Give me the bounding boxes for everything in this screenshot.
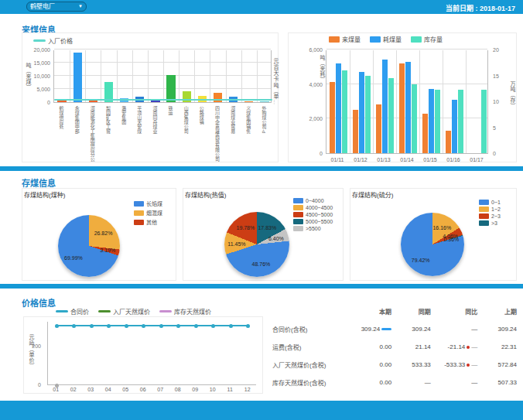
gridline bbox=[54, 62, 271, 63]
legend-label: 来煤量 bbox=[342, 35, 361, 43]
legend-item-4500~5000[interactable]: 4500~5000 bbox=[293, 212, 333, 217]
section-coal-in-right: 来煤量耗煤量库存量 吨（来耗） 万吨（存） 02,0004,0006,000 0… bbox=[288, 14, 517, 166]
legend-swatch-icon bbox=[159, 310, 172, 312]
legend-item->3[interactable]: >3 bbox=[479, 220, 501, 226]
daily-chart-y2-axis-label: 万吨（存） bbox=[508, 81, 516, 108]
legend-item-库存天然煤价[interactable]: 库存天然煤价 bbox=[159, 307, 211, 316]
cell-same-period: — bbox=[391, 379, 431, 386]
gridline bbox=[326, 49, 487, 50]
legend-label: 1~2 bbox=[491, 207, 501, 212]
gridline bbox=[373, 50, 374, 153]
pie-slice-label: 79.42% bbox=[412, 258, 430, 263]
legend-label: >3 bbox=[491, 220, 497, 226]
pie-heat-value: 存煤结构(热值)48.76%11.45%19.78%17.83%6.40%0~4… bbox=[183, 188, 344, 281]
plant-selector-dropdown[interactable]: 鹤壁电厂 ▼ bbox=[26, 2, 87, 12]
y-tick: 200 bbox=[19, 343, 41, 349]
row-label: 合同价(含税) bbox=[272, 325, 352, 333]
x-label: 潞安集团 bbox=[121, 106, 128, 125]
y-tick: 0 bbox=[26, 100, 50, 105]
price-line-chart: 元/吨（单价） 0200 010203040506070809101112 bbox=[23, 316, 263, 394]
x-label: 01/14 bbox=[395, 157, 419, 162]
legend-item-2~3[interactable]: 2~3 bbox=[479, 213, 501, 219]
y2-tick: 5 bbox=[493, 125, 496, 131]
pie-slice-label: 17.83% bbox=[258, 224, 276, 230]
legend-item-耗煤量[interactable]: 耗煤量 bbox=[370, 35, 402, 43]
legend-swatch-icon bbox=[293, 198, 303, 203]
yoy-value: — bbox=[471, 379, 477, 386]
gridline bbox=[350, 50, 350, 153]
bar-来煤量-01/13 bbox=[376, 104, 381, 153]
legend-item-4000~4500[interactable]: 4000~4500 bbox=[293, 205, 333, 210]
y-tick: 15,000 bbox=[26, 60, 50, 66]
point-合同价 bbox=[176, 324, 180, 328]
x-label: 10 bbox=[204, 387, 222, 392]
legend-swatch-icon bbox=[134, 220, 144, 225]
bar-来煤量-01/11 bbox=[330, 82, 335, 153]
legend-label: 入厂价格 bbox=[48, 36, 73, 45]
x-label: 05 bbox=[117, 387, 135, 392]
y2-tick: 20 bbox=[493, 47, 499, 53]
x-label: 06 bbox=[135, 387, 152, 392]
legend-item-0~4000[interactable]: 0~4000 bbox=[293, 198, 333, 203]
bar-来煤量-01/16 bbox=[446, 131, 451, 153]
current-date-label: 当前日期 : 2018-01-17 bbox=[446, 3, 515, 13]
legend-item-入厂价格[interactable]: 入厂价格 bbox=[33, 36, 73, 45]
supplier-bar-chart: 入厂价格 吨（来煤） 元/百大卡·吨（单… 05,00010,00015,000… bbox=[22, 32, 279, 162]
pie-graphic[interactable] bbox=[401, 213, 464, 276]
cell-yoy: — bbox=[431, 326, 477, 333]
legend-item-来煤量[interactable]: 来煤量 bbox=[329, 35, 361, 43]
pie-graphic[interactable] bbox=[58, 215, 120, 277]
daily-chart-plot bbox=[326, 50, 488, 154]
pie-slice-label: 16.16% bbox=[432, 224, 451, 230]
gridline bbox=[101, 50, 101, 102]
legend-item-5000~5500[interactable]: 5000~5500 bbox=[293, 219, 333, 224]
cell-previous: 309.24 bbox=[477, 326, 517, 333]
legend-item->5500[interactable]: >5500 bbox=[293, 226, 333, 231]
bar-河南能源化工集团供应分公司-d bbox=[89, 101, 97, 102]
legend-item-合同价[interactable]: 合同价 bbox=[56, 307, 89, 316]
pie-sulfur: 存煤结构(硫分)79.42%16.16%4.06%0.36%0~11~22~3>… bbox=[350, 188, 517, 281]
row-label: 入厂天然煤价(含税) bbox=[272, 360, 352, 369]
y-tick: 10,000 bbox=[26, 73, 50, 79]
bar-义煤集团销售 bbox=[244, 101, 253, 102]
point-合同价 bbox=[211, 324, 215, 328]
bar-四川中企嘉晟商贸有限公司-d bbox=[214, 93, 222, 102]
x-label: 01 bbox=[47, 387, 65, 392]
legend-swatch-icon bbox=[479, 207, 489, 212]
legend-item-长焰煤[interactable]: 长焰煤 bbox=[134, 200, 162, 207]
y-tick: 2,000 bbox=[299, 116, 323, 121]
point-合同价 bbox=[90, 324, 94, 328]
legend-swatch-icon bbox=[98, 310, 111, 312]
bar-库存量-01/14 bbox=[412, 84, 417, 153]
daily-bar-chart: 来煤量耗煤量库存量 吨（来耗） 万吨（存） 02,0004,0006,000 0… bbox=[288, 32, 517, 162]
cell-same-period: 309.24 bbox=[391, 326, 431, 333]
x-label: 铁运 bbox=[167, 106, 174, 115]
legend-item-烟混煤[interactable]: 烟混煤 bbox=[134, 209, 162, 217]
y-tick: 6,000 bbox=[299, 47, 323, 53]
bar-库存量-01/15 bbox=[435, 90, 440, 153]
legend-item-1~2[interactable]: 1~2 bbox=[479, 207, 501, 212]
gridline bbox=[54, 75, 271, 76]
x-label: 河南煤业贸易 bbox=[230, 106, 237, 134]
x-label: 01/15 bbox=[419, 157, 442, 162]
legend-label: 0~4000 bbox=[306, 198, 324, 203]
x-label: 梨园矿区工贸 bbox=[105, 106, 112, 134]
decrease-dot-icon bbox=[467, 364, 470, 367]
gridline bbox=[443, 50, 443, 153]
legend-item-其他[interactable]: 其他 bbox=[134, 218, 162, 226]
bar-库存量-01/17 bbox=[481, 90, 487, 153]
legend-item-入厂天然煤价[interactable]: 入厂天然煤价 bbox=[98, 307, 150, 316]
y2-tick: 10 bbox=[493, 99, 499, 104]
cell-yoy: -21.14— bbox=[431, 343, 477, 350]
point-合同价 bbox=[229, 324, 233, 328]
legend-item-库存量[interactable]: 库存量 bbox=[411, 35, 443, 43]
legend-item-0~1[interactable]: 0~1 bbox=[479, 200, 501, 205]
point-合同价 bbox=[142, 324, 145, 328]
legend-swatch-icon bbox=[293, 205, 303, 210]
price-chart-plot bbox=[47, 322, 256, 385]
x-label: 04 bbox=[100, 387, 118, 392]
legend-label: >5500 bbox=[306, 226, 321, 231]
gridline bbox=[54, 88, 271, 89]
x-label: 公路煤销 bbox=[198, 106, 205, 125]
point-合同价 bbox=[159, 324, 163, 328]
